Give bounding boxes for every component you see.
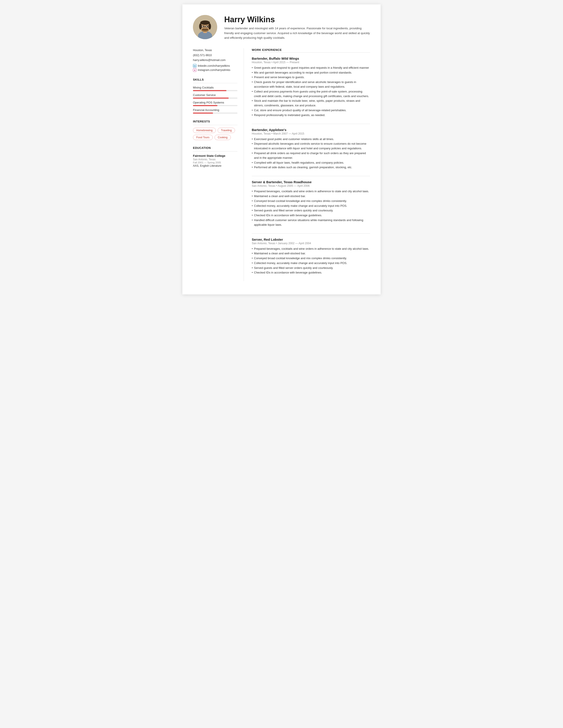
job-bullet: Respond professionally to inebriated gue… (252, 113, 370, 118)
skill-bar-fill (193, 90, 226, 91)
job-bullet: Prepared beverages, cocktails and wine o… (252, 247, 370, 251)
edu-location: San Antonio, Texas (193, 158, 237, 161)
job-bullet: Greet guests and respond to guest inquir… (252, 66, 370, 70)
skill-bar-bg (193, 113, 237, 114)
contact-phone: (832) 571-9910 (193, 53, 237, 57)
job-bullet: Mix and garnish beverages according to r… (252, 70, 370, 75)
job-title: Server & Bartender, Texas Roadhouse (252, 180, 370, 184)
left-column: Houston, Texas (832) 571-9910 harry.wilk… (193, 48, 244, 281)
svg-point-15 (204, 28, 206, 28)
svg-point-6 (208, 23, 211, 30)
contact-email: harry.wilkins@hotmail.com (193, 58, 237, 62)
skill-bar-bg (193, 105, 237, 106)
job-title: Bartender, Buffalo Wild Wings (252, 57, 370, 60)
work-section-title: WORK EXPERIENCE (252, 48, 370, 52)
body: Houston, Texas (832) 571-9910 harry.wilk… (193, 48, 370, 281)
skill-bar-fill (193, 113, 213, 114)
resume-page: Harry Wilkins Veteran bartender and mixo… (182, 4, 381, 294)
job-bullet: Maintained a clean and well-stocked bar. (252, 194, 370, 199)
linkedin-url: linkedin.com/in/harrywilkins (198, 64, 230, 67)
job-bullet: Performed all side duties such as cleani… (252, 165, 370, 170)
job-meta: San Antonio, Texas • January 2002 — Apri… (252, 242, 370, 245)
instagram-url: instagram.com/harrysdrinks (198, 68, 230, 72)
job-meta: San Antonio, Texas • August 2005 — April… (252, 184, 370, 187)
avatar (193, 15, 217, 39)
job-block: Bartender, Applebee'sHouston, Texas • Ma… (252, 128, 370, 170)
skill-name: Financial Accounting (193, 108, 237, 112)
job-bullet: Complied with all liquor laws, health re… (252, 161, 370, 165)
instagram-icon: ● (193, 68, 196, 72)
skills-section: SKILLS Mixing Cocktails Customer Service… (193, 78, 237, 114)
right-column: WORK EXPERIENCE Bartender, Buffalo Wild … (244, 48, 370, 281)
interest-tag: Cooking (215, 135, 231, 140)
skill-bar-fill (193, 105, 217, 106)
job-bullet: Collected money, accurately make change … (252, 204, 370, 208)
skill-name: Mixing Cocktails (193, 86, 237, 89)
edu-degree: AAS, English Literature (193, 164, 237, 167)
job-bullet: Collect and process payments from guests… (252, 89, 370, 99)
work-section-divider (252, 52, 370, 53)
svg-point-5 (199, 23, 202, 30)
interest-tag: Food Tours (193, 135, 213, 140)
job-bullet: Stock and maintain the bar to include be… (252, 99, 370, 108)
interest-tag: Traveling (218, 128, 235, 133)
contact-section: Houston, Texas (832) 571-9910 harry.wilk… (193, 48, 237, 72)
job-bullet: Checked IDs in accordance with beverage … (252, 270, 370, 275)
job-bullet: Conveyed broad cocktail knowledge and mi… (252, 199, 370, 203)
skill-bar-bg (193, 90, 237, 91)
job-bullet: Served guests and filled server orders q… (252, 208, 370, 213)
job-title: Bartender, Applebee's (252, 128, 370, 132)
contact-location: Houston, Texas (193, 48, 237, 52)
skill-name: Operating POS Systems (193, 101, 237, 104)
edu-school: Fairmont State College (193, 154, 237, 157)
job-bullet: Collected money, accurately make change … (252, 261, 370, 266)
job-section-divider (252, 233, 370, 234)
header-info: Harry Wilkins Veteran bartender and mixo… (224, 15, 370, 40)
skill-item: Financial Accounting (193, 108, 237, 114)
job-bullet: Cut, store and ensure product quality of… (252, 108, 370, 113)
job-bullet: Prepared beverages, cocktails and wine o… (252, 189, 370, 194)
job-bullet: Exercised good public and customer relat… (252, 137, 370, 142)
job-bullet: Handled difficult customer service situa… (252, 218, 370, 227)
contact-linkedin: in linkedin.com/in/harrywilkins (193, 64, 237, 68)
job-bullets: Prepared beverages, cocktails and wine o… (252, 189, 370, 227)
header: Harry Wilkins Veteran bartender and mixo… (193, 15, 370, 40)
job-title: Server, Red Lobster (252, 238, 370, 241)
job-block: Bartender, Buffalo Wild WingsHouston, Te… (252, 57, 370, 118)
skills-list: Mixing Cocktails Customer Service Operat… (193, 86, 237, 114)
job-bullet: Dispensed alcoholic beverages and contro… (252, 142, 370, 151)
edu-dates: Fall 2001 — Spring 2005 (193, 161, 237, 164)
job-bullet: Maintained a clean and well-stocked bar. (252, 251, 370, 256)
interest-tag: Homebrewing (193, 128, 216, 133)
job-bullet: Served guests and filled server orders q… (252, 266, 370, 270)
interest-tags: HomebrewingTravelingFood ToursCooking (193, 128, 237, 140)
education-divider (193, 151, 237, 152)
job-bullet: Present and serve beverages to guests. (252, 75, 370, 80)
job-bullet: Prepared all drink orders as required an… (252, 151, 370, 160)
skill-item: Operating POS Systems (193, 101, 237, 106)
job-bullet: Conveyed broad cocktail knowledge and mi… (252, 256, 370, 261)
skills-divider (193, 83, 237, 83)
svg-point-10 (203, 26, 204, 27)
job-bullets: Greet guests and respond to guest inquir… (252, 66, 370, 118)
job-bullet: Check guests for proper identification a… (252, 80, 370, 89)
svg-point-4 (200, 20, 210, 25)
job-block: Server, Red LobsterSan Antonio, Texas • … (252, 238, 370, 275)
skills-title: SKILLS (193, 78, 237, 81)
header-name: Harry Wilkins (224, 15, 370, 24)
skill-item: Mixing Cocktails (193, 86, 237, 91)
job-meta: Houston, Texas • April 2015 — Present (252, 61, 370, 64)
job-meta: Houston, Texas • March 2007 — April 2015 (252, 132, 370, 135)
skill-bar-fill (193, 98, 229, 99)
skill-bar-bg (193, 98, 237, 99)
skill-item: Customer Service (193, 93, 237, 99)
education-section: EDUCATION Fairmont State College San Ant… (193, 146, 237, 167)
job-bullet: Checked IDs in accordance with beverage … (252, 213, 370, 218)
interests-section: INTERESTS HomebrewingTravelingFood Tours… (193, 120, 237, 140)
education-title: EDUCATION (193, 146, 237, 150)
job-section-divider (252, 124, 370, 124)
job-block: Server & Bartender, Texas RoadhouseSan A… (252, 180, 370, 227)
interests-title: INTERESTS (193, 120, 237, 123)
linkedin-icon: in (193, 64, 196, 68)
skill-name: Customer Service (193, 93, 237, 97)
